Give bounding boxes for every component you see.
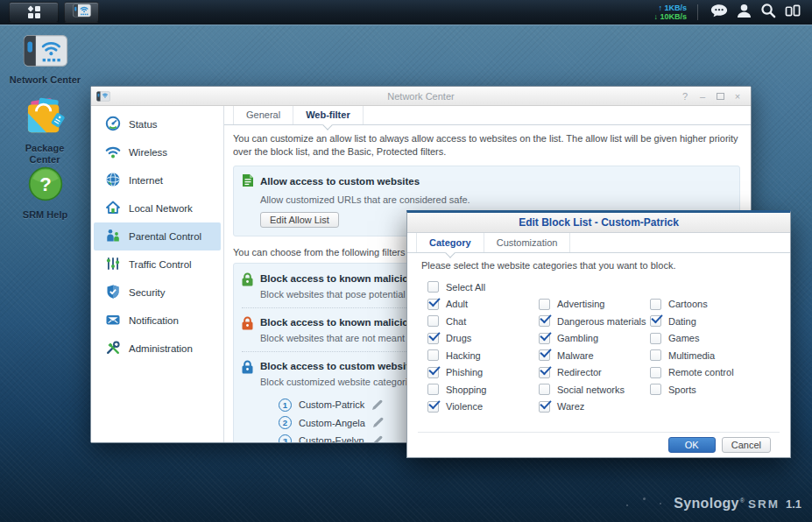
ok-button[interactable]: OK bbox=[668, 437, 716, 453]
search-button[interactable] bbox=[756, 2, 780, 23]
category-label: Dating bbox=[668, 316, 696, 327]
select-all-row[interactable]: Select All bbox=[427, 279, 776, 296]
category-checkbox[interactable] bbox=[427, 367, 439, 378]
category-checkbox[interactable] bbox=[427, 401, 439, 413]
category-checkbox[interactable] bbox=[427, 333, 439, 344]
category-social-networks[interactable]: Social networks bbox=[539, 381, 650, 399]
download-speed: 10KB/s bbox=[660, 12, 687, 21]
category-checkbox[interactable] bbox=[650, 299, 661, 310]
status-gauge-icon bbox=[105, 116, 121, 133]
edit-pencil-icon[interactable] bbox=[371, 435, 383, 442]
category-checkbox[interactable] bbox=[650, 367, 661, 378]
panel-title: Allow access to custom websites bbox=[260, 176, 420, 187]
category-dating[interactable]: Dating bbox=[650, 313, 761, 330]
category-checkbox[interactable] bbox=[539, 299, 550, 310]
category-label: Phishing bbox=[446, 367, 483, 377]
custom-list-name: Custom-Angela bbox=[299, 418, 365, 428]
window-maximize-button[interactable] bbox=[714, 90, 726, 102]
network-center-icon bbox=[23, 55, 68, 70]
category-dangerous-materials[interactable]: Dangerous materials bbox=[539, 313, 650, 330]
sidebar: Status Wireless Internet bbox=[91, 106, 224, 442]
category-checkbox[interactable] bbox=[650, 333, 661, 344]
user-options-button[interactable] bbox=[731, 2, 756, 23]
edit-pencil-icon[interactable] bbox=[372, 417, 384, 428]
category-checkbox[interactable] bbox=[427, 384, 439, 395]
desktop-icon-label: SRM Help bbox=[0, 209, 90, 221]
taskbar-network-center-button[interactable] bbox=[64, 2, 99, 23]
category-checkbox[interactable] bbox=[427, 299, 439, 310]
app-grid-icon bbox=[28, 6, 40, 18]
category-checkbox[interactable] bbox=[539, 367, 550, 378]
category-checkbox[interactable] bbox=[427, 315, 439, 327]
edit-pencil-icon[interactable] bbox=[371, 399, 383, 411]
category-adult[interactable]: Adult bbox=[427, 296, 539, 314]
sidebar-item-parental-control[interactable]: Parental Control bbox=[94, 222, 221, 250]
window-title: Network Center bbox=[91, 91, 751, 102]
category-malware[interactable]: Malware bbox=[539, 347, 650, 364]
sidebar-item-status[interactable]: Status bbox=[94, 110, 221, 138]
category-checkbox[interactable] bbox=[650, 384, 661, 395]
category-multimedia[interactable]: Multimedia bbox=[650, 347, 761, 364]
panel-description: Allow customized URLs that are considere… bbox=[260, 194, 729, 205]
category-checkbox[interactable] bbox=[427, 349, 439, 361]
sidebar-item-notification[interactable]: Notification bbox=[94, 307, 221, 335]
pilot-view-button[interactable] bbox=[780, 2, 805, 23]
category-checkbox[interactable] bbox=[539, 384, 550, 395]
sidebar-item-label: Administration bbox=[129, 343, 193, 354]
desktop-icon-network-center[interactable]: Network Center bbox=[0, 34, 90, 86]
tab-general[interactable]: General bbox=[233, 106, 293, 124]
window-minimize-button[interactable]: – bbox=[696, 90, 709, 102]
sidebar-item-internet[interactable]: Internet bbox=[94, 166, 221, 194]
category-violence[interactable]: Violence bbox=[427, 399, 539, 416]
category-checkbox[interactable] bbox=[539, 333, 550, 344]
category-redirector[interactable]: Redirector bbox=[539, 364, 650, 382]
product-name: SRM bbox=[748, 497, 780, 511]
desktop-icon-package-center[interactable]: Package Center bbox=[0, 97, 90, 166]
sidebar-item-local-network[interactable]: Local Network bbox=[94, 194, 221, 222]
category-drugs[interactable]: Drugs bbox=[427, 330, 539, 348]
window-help-button[interactable]: ? bbox=[679, 90, 691, 102]
sidebar-item-label: Parental Control bbox=[129, 231, 201, 242]
tab-customization[interactable]: Customization bbox=[484, 233, 571, 252]
tab-web-filter[interactable]: Web-filter bbox=[293, 106, 364, 124]
category-advertising[interactable]: Advertising bbox=[539, 296, 650, 314]
sidebar-item-traffic-control[interactable]: Traffic Control bbox=[94, 250, 221, 279]
sidebar-item-label: Notification bbox=[129, 315, 179, 326]
window-close-button[interactable]: × bbox=[731, 90, 744, 102]
category-checkbox[interactable] bbox=[650, 315, 661, 327]
category-label: Multimedia bbox=[668, 350, 715, 361]
category-checkbox[interactable] bbox=[539, 401, 550, 413]
upload-arrow-icon: ↑ bbox=[658, 4, 662, 12]
category-shopping[interactable]: Shopping bbox=[427, 381, 539, 399]
category-hacking[interactable]: Hacking bbox=[427, 347, 539, 364]
sidebar-item-wireless[interactable]: Wireless bbox=[94, 138, 221, 166]
desktop-icon-srm-help[interactable]: ? SRM Help bbox=[0, 166, 90, 221]
svg-text:?: ? bbox=[39, 173, 51, 195]
category-label: Advertising bbox=[557, 299, 604, 309]
product-version: 1.1 bbox=[786, 497, 801, 511]
synology-srm-branding: Synology®SRM1.1 bbox=[674, 496, 801, 511]
category-warez[interactable]: Warez bbox=[539, 399, 650, 416]
category-chat[interactable]: Chat bbox=[427, 313, 539, 330]
category-gambling[interactable]: Gambling bbox=[539, 330, 650, 348]
tab-category[interactable]: Category bbox=[416, 233, 484, 252]
category-sports[interactable]: Sports bbox=[650, 381, 761, 399]
category-cartoons[interactable]: Cartoons bbox=[650, 296, 761, 314]
select-all-checkbox[interactable] bbox=[427, 281, 439, 293]
notification-envelope-icon bbox=[105, 312, 121, 329]
category-checkbox[interactable] bbox=[539, 349, 550, 361]
tab-bar: General Web-filter bbox=[224, 106, 751, 125]
window-titlebar[interactable]: Network Center ? – × bbox=[91, 87, 751, 106]
edit-allow-list-button[interactable]: Edit Allow List bbox=[260, 212, 339, 228]
sidebar-item-security[interactable]: Security bbox=[94, 279, 221, 307]
category-remote-control[interactable]: Remote control bbox=[650, 364, 761, 382]
notifications-button[interactable] bbox=[707, 2, 731, 23]
category-phishing[interactable]: Phishing bbox=[427, 364, 539, 382]
category-checkbox[interactable] bbox=[650, 349, 661, 361]
sidebar-item-administration[interactable]: Administration bbox=[94, 335, 221, 363]
cancel-button[interactable]: Cancel bbox=[722, 437, 771, 453]
main-menu-button[interactable] bbox=[9, 2, 59, 23]
category-checkbox[interactable] bbox=[539, 315, 550, 327]
category-games[interactable]: Games bbox=[650, 330, 761, 348]
allow-list-document-icon bbox=[242, 173, 254, 189]
